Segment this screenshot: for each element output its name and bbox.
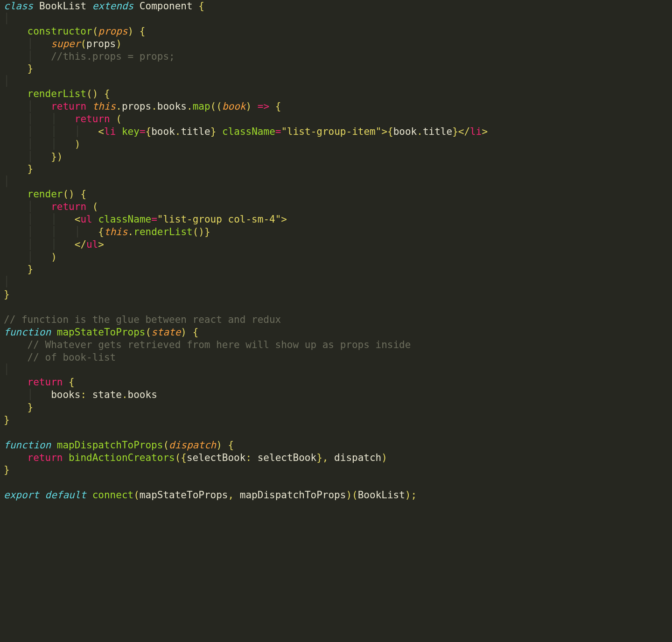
code-line: │	[4, 364, 10, 375]
code-line: constructor(props) {	[4, 26, 146, 37]
code-line: function mapStateToProps(state) {	[4, 327, 198, 338]
code-line: renderList() {	[4, 88, 110, 99]
code-line: }	[4, 464, 10, 475]
code-line: │ //this.props = props;	[4, 51, 175, 62]
code-line: │ super(props)	[4, 38, 122, 49]
code-line: │	[4, 13, 10, 24]
code-line: │ )	[4, 251, 57, 263]
code-line: }	[4, 63, 33, 74]
code-line: │ │ </ul>	[4, 239, 104, 250]
code-line: // of book-list	[4, 352, 116, 363]
code-line: return {	[4, 377, 75, 388]
code-line: // function is the glue between react an…	[4, 314, 281, 325]
code-line: }	[4, 402, 33, 413]
code-line: │	[4, 76, 10, 87]
code-line: │ return this.props.books.map((book) => …	[4, 101, 281, 112]
code-line: │ │ return (	[4, 113, 122, 125]
code-line: }	[4, 289, 10, 300]
code-line: // Whatever gets retrieved from here wil…	[4, 339, 411, 350]
code-line: }	[4, 264, 33, 275]
code-line: function mapDispatchToProps(dispatch) {	[4, 440, 234, 451]
code-line: │ })	[4, 151, 63, 162]
code-line: }	[4, 414, 10, 426]
code-line: │ books: state.books	[4, 389, 157, 400]
code-line: class BookList extends Component {	[4, 0, 204, 12]
code-line: }	[4, 163, 33, 174]
code-line: │	[4, 276, 10, 287]
code-line: render() {	[4, 188, 86, 200]
code-editor[interactable]: class BookList extends Component { │ con…	[0, 0, 672, 502]
code-line: │ │ )	[4, 139, 80, 150]
code-line: │ │ │ {this.renderList()}	[4, 226, 210, 237]
code-line: │ return (	[4, 201, 98, 212]
code-line: │ │ <ul className="list-group col-sm-4">	[4, 214, 287, 225]
code-line: │ │ │ <li key={book.title} className="li…	[4, 126, 488, 137]
code-line: │	[4, 176, 10, 187]
code-line: export default connect(mapStateToProps, …	[4, 489, 417, 501]
code-line: return bindActionCreators({selectBook: s…	[4, 452, 387, 463]
